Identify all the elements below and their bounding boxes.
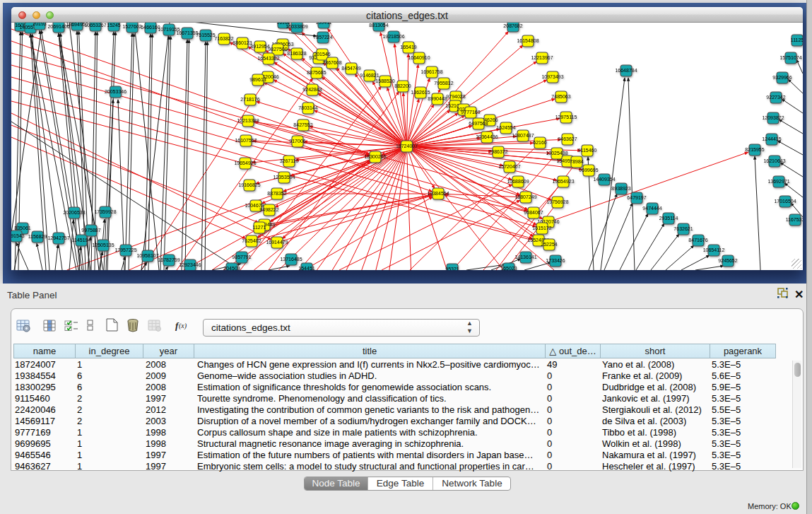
svg-text:201546: 201546: [314, 52, 330, 57]
svg-text:7515525: 7515525: [196, 33, 215, 37]
svg-text:1167533: 1167533: [786, 217, 803, 222]
svg-text:6497568: 6497568: [469, 121, 488, 126]
svg-text:1244415: 1244415: [762, 136, 781, 141]
svg-text:917006: 917006: [289, 139, 305, 144]
svg-text:165419: 165419: [400, 45, 416, 49]
svg-text:8454749: 8454749: [341, 66, 360, 71]
svg-text:6479197: 6479197: [627, 195, 646, 200]
svg-text:19654923: 19654923: [552, 179, 574, 184]
svg-text:9245652: 9245652: [718, 258, 737, 263]
svg-text:18724007: 18724007: [396, 144, 418, 148]
svg-text:8186328: 8186328: [287, 51, 306, 56]
svg-text:13692971: 13692971: [767, 179, 789, 184]
svg-text:10654112: 10654112: [703, 247, 725, 252]
svg-text:9329966: 9329966: [772, 75, 792, 80]
svg-text:16210643: 16210643: [763, 158, 785, 163]
svg-text:7485063: 7485063: [551, 94, 570, 99]
svg-text:1615172: 1615172: [532, 226, 551, 230]
svg-text:16782759: 16782759: [158, 257, 180, 262]
svg-text:16107552: 16107552: [235, 138, 257, 143]
svg-text:835061: 835061: [14, 226, 30, 230]
svg-text:9242848: 9242848: [302, 87, 322, 92]
svg-text:12353594: 12353594: [273, 175, 295, 180]
svg-text:19654925: 19654925: [234, 160, 256, 165]
svg-text:8875685: 8875685: [307, 70, 326, 75]
svg-text:16543382: 16543382: [257, 56, 279, 61]
svg-text:204503: 204503: [223, 266, 240, 270]
svg-text:2718176: 2718176: [240, 97, 259, 102]
svg-text:7625402: 7625402: [242, 238, 261, 243]
svg-text:2087682: 2087682: [503, 23, 522, 28]
svg-text:1362615: 1362615: [411, 90, 430, 95]
svg-text:17016504: 17016504: [774, 199, 796, 204]
svg-text:3267110: 3267110: [280, 158, 299, 163]
svg-text:8427552: 8427552: [293, 122, 312, 127]
svg-text:11125: 11125: [791, 37, 803, 42]
svg-text:10973493: 10973493: [541, 74, 563, 79]
svg-text:20193: 20193: [33, 23, 47, 26]
svg-text:15720407: 15720407: [498, 164, 520, 169]
svg-text:9463627: 9463627: [558, 136, 577, 141]
svg-text:95321: 95321: [445, 267, 459, 270]
svg-text:19166825: 19166825: [238, 182, 260, 187]
svg-text:20206538: 20206538: [63, 210, 85, 215]
svg-text:10958107: 10958107: [136, 253, 158, 258]
svg-text:10688609: 10688609: [507, 179, 529, 184]
svg-text:7955812: 7955812: [434, 81, 453, 86]
svg-text:8912954: 8912954: [250, 44, 269, 49]
svg-text:165023: 165023: [500, 266, 517, 270]
svg-text:1527602: 1527602: [122, 24, 141, 29]
svg-text:10025438: 10025438: [546, 151, 567, 156]
svg-text:7632621: 7632621: [673, 226, 693, 231]
svg-text:8471676: 8471676: [688, 238, 707, 243]
svg-text:12213967: 12213967: [531, 55, 553, 60]
svg-text:20053346: 20053346: [105, 89, 126, 94]
svg-text:1624554: 1624554: [496, 125, 515, 130]
svg-text:9115460: 9115460: [578, 148, 597, 153]
svg-text:18807249: 18807249: [514, 194, 536, 199]
svg-text:14409354: 14409354: [593, 177, 615, 182]
svg-text:9777169: 9777169: [461, 110, 480, 115]
svg-text:8215955: 8215955: [745, 147, 764, 152]
svg-text:9084067: 9084067: [524, 210, 543, 215]
svg-text:15245: 15245: [107, 23, 121, 28]
svg-text:8990448: 8990448: [428, 96, 447, 101]
svg-text:16640910: 16640910: [408, 55, 430, 60]
svg-text:8813054: 8813054: [369, 23, 388, 28]
svg-text:1588520: 1588520: [375, 78, 394, 83]
svg-text:9827500: 9827500: [268, 47, 287, 52]
svg-text:8878352: 8878352: [267, 191, 286, 196]
svg-text:8938923: 8938923: [611, 186, 630, 191]
svg-text:1156829: 1156829: [28, 234, 47, 239]
svg-text:7163822: 7163822: [214, 36, 233, 41]
svg-text:78984: 78984: [570, 159, 584, 164]
svg-text:154451: 154451: [298, 266, 314, 270]
svg-text:16154808: 16154808: [517, 38, 539, 43]
svg-text:16033809: 16033809: [286, 24, 307, 29]
svg-text:(x): (x): [179, 322, 187, 330]
svg-text:1145194: 1145194: [72, 238, 91, 243]
svg-text:16648784: 16648784: [615, 68, 637, 73]
svg-text:9146821: 9146821: [360, 73, 379, 78]
svg-text:190411: 190411: [316, 23, 332, 25]
svg-text:2867608: 2867608: [322, 60, 341, 65]
svg-text:7986372: 7986372: [488, 149, 507, 154]
svg-text:12975115: 12975115: [555, 115, 577, 119]
svg-text:19756928: 19756928: [546, 199, 568, 204]
svg-text:16671355: 16671355: [176, 30, 198, 35]
svg-text:15751074: 15751074: [779, 55, 801, 60]
svg-text:9857791: 9857791: [232, 255, 251, 259]
svg-text:16914479: 16914479: [266, 240, 288, 245]
svg-text:11271: 11271: [253, 225, 266, 230]
svg-text:8860123: 8860123: [233, 40, 252, 45]
svg-text:9975887: 9975887: [81, 228, 100, 233]
svg-text:7803144: 7803144: [298, 105, 317, 110]
svg-text:18300295: 18300295: [364, 154, 386, 159]
svg-text:9699695: 9699695: [579, 168, 598, 173]
svg-text:16961758: 16961758: [420, 69, 442, 74]
svg-text:9794028: 9794028: [446, 94, 465, 99]
svg-text:62160: 62160: [533, 140, 547, 145]
svg-text:12093872: 12093872: [762, 115, 784, 120]
svg-text:20364436: 20364436: [476, 134, 498, 139]
svg-text:12923446: 12923446: [179, 262, 201, 267]
